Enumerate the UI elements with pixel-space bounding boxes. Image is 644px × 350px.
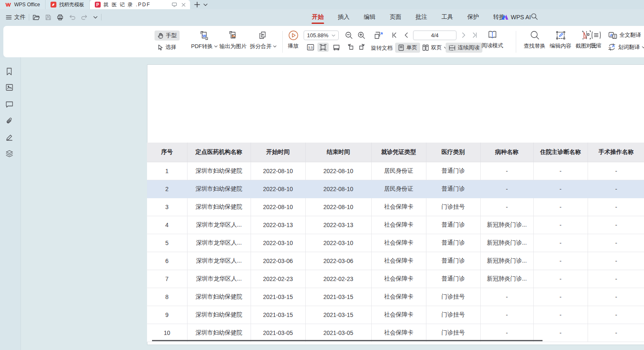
comment-panel-button[interactable] <box>5 101 13 108</box>
table-cell: - <box>588 216 644 234</box>
table-cell: 2021-03-15 <box>251 306 305 324</box>
table-cell: 深圳市妇幼保健院 <box>187 324 251 342</box>
table-cell: - <box>588 306 644 324</box>
new-tab-icon[interactable] <box>194 2 200 8</box>
table-cell: 社会保障卡 <box>371 198 426 216</box>
compress-icon <box>591 30 602 40</box>
compress-label: 压缩 <box>591 42 601 49</box>
table-cell: 深圳市妇幼保健院 <box>187 180 251 198</box>
rotate-doc-label[interactable]: 旋转文档 <box>371 44 393 52</box>
word-translate-button[interactable]: 文A 划词翻译 <box>608 43 644 51</box>
table-cell: - <box>588 270 644 288</box>
table-cell: 门诊挂号 <box>426 198 480 216</box>
continuous-read-button[interactable]: 连续阅读 <box>446 43 482 53</box>
workspace: 序号定点医药机构名称开始时间结束时间就诊凭证类型医疗类别病种名称住院主诊断名称手… <box>0 57 644 350</box>
table-bottom-border <box>152 340 543 341</box>
menu-item-批注[interactable]: 批注 <box>408 9 434 25</box>
actual-size-button[interactable]: 1:1 <box>305 43 316 52</box>
pdf-convert-label: PDF转换 <box>191 43 213 50</box>
table-cell: 深圳市龙华区人... <box>187 252 251 270</box>
table-cell: 2022-08-10 <box>305 162 371 180</box>
table-cell: 深圳市妇幼保健院 <box>187 162 251 180</box>
select-tool-button[interactable]: 选择 <box>155 42 179 52</box>
file-menu[interactable]: 文件 <box>6 13 25 21</box>
global-search-icon[interactable] <box>531 13 538 20</box>
table-cell: - <box>533 252 588 270</box>
attachment-panel-button[interactable] <box>5 117 13 125</box>
last-page-button[interactable] <box>472 32 477 38</box>
menu-item-开始[interactable]: 开始 <box>305 9 331 25</box>
rotate-left-icon[interactable] <box>347 43 354 51</box>
wps-ai-menu[interactable]: WPS AI <box>496 9 536 25</box>
single-page-icon <box>398 44 404 51</box>
table-cell: 2022-03-13 <box>305 216 371 234</box>
first-page-button[interactable] <box>392 32 398 38</box>
zoom-out-icon[interactable] <box>345 31 353 39</box>
tab-wps-office[interactable]: WPS Office <box>0 0 46 9</box>
export-image-button[interactable]: 输出为图片 <box>216 30 250 50</box>
open-button[interactable] <box>33 14 40 20</box>
page-number-input[interactable]: 4/4 <box>413 31 456 40</box>
bookmark-icon <box>5 67 13 76</box>
menu-item-插入[interactable]: 插入 <box>331 9 357 25</box>
single-page-button[interactable]: 单页 <box>395 43 420 53</box>
bookmark-panel-button[interactable] <box>5 67 13 76</box>
compress-button[interactable]: 压缩 <box>585 30 607 49</box>
table-cell: - <box>480 288 533 306</box>
edit-content-icon <box>555 30 566 41</box>
table-cell: 2022-03-13 <box>251 216 305 234</box>
chevron-down-icon <box>642 46 644 49</box>
chevron-down-icon <box>332 34 335 37</box>
quickbar-chevron-icon[interactable] <box>93 16 98 19</box>
hand-tool-button[interactable]: 手型 <box>155 31 180 41</box>
thumbnail-panel-button[interactable] <box>5 84 13 91</box>
play-button[interactable]: 播放 <box>284 30 302 50</box>
table-cell: 3 <box>147 198 187 216</box>
undo-button[interactable] <box>69 15 76 20</box>
tab-list-chevron-icon[interactable] <box>203 3 208 6</box>
svg-text:A: A <box>612 44 615 48</box>
fit-page-button[interactable] <box>317 43 329 52</box>
zoom-in-icon[interactable] <box>357 31 365 39</box>
table-header-cell: 手术操作名称 <box>588 143 644 162</box>
signature-panel-button[interactable] <box>5 133 13 141</box>
close-tab-icon[interactable] <box>181 3 186 7</box>
table-cell: - <box>588 180 644 198</box>
table-cell: - <box>533 306 588 324</box>
table-cell: 深圳市龙华区人... <box>187 234 251 252</box>
read-mode-button[interactable]: 阅读模式 <box>479 30 506 49</box>
menu-item-工具[interactable]: 工具 <box>434 9 460 25</box>
tab-docer[interactable]: 找稻壳模板 <box>46 0 90 9</box>
full-translate-button[interactable]: A文 全文翻译 <box>609 31 641 39</box>
table-cell: 社会保障卡 <box>371 288 426 306</box>
pdf-file-icon: P <box>95 2 101 8</box>
tab-document[interactable]: P 就 医 记 录 .PDF <box>90 0 190 9</box>
rotate-pages-icon[interactable] <box>373 30 384 41</box>
pdf-page: 序号定点医药机构名称开始时间结束时间就诊凭证类型医疗类别病种名称住院主诊断名称手… <box>147 64 644 345</box>
next-page-button[interactable] <box>461 32 467 38</box>
zoom-level-select[interactable]: 105.88% <box>304 31 339 40</box>
monitor-icon[interactable] <box>172 2 177 7</box>
print-button[interactable] <box>57 14 63 20</box>
layers-panel-button[interactable] <box>5 150 13 158</box>
previous-page-button[interactable] <box>403 32 409 38</box>
rotate-right-icon[interactable] <box>358 43 366 51</box>
table-header-cell: 住院主诊断名称 <box>533 143 588 162</box>
chevron-down-icon <box>273 45 276 48</box>
save-button[interactable] <box>45 14 51 20</box>
full-translate-label: 全文翻译 <box>619 31 641 39</box>
table-cell: - <box>588 324 644 342</box>
table-row: 7深圳市龙华区人...2022-02-232022-02-23社会保障卡普通门诊… <box>147 270 644 288</box>
layers-icon <box>5 150 13 158</box>
edit-content-button[interactable]: 编辑内容 <box>546 30 575 50</box>
find-replace-button[interactable]: 查找替换 <box>520 30 549 50</box>
double-page-label: 双页 <box>431 44 442 51</box>
menu-item-编辑[interactable]: 编辑 <box>357 9 383 25</box>
fit-width-button[interactable] <box>331 43 342 52</box>
split-merge-button[interactable]: 拆分合并 <box>247 30 279 50</box>
menu-item-保护[interactable]: 保护 <box>460 9 486 25</box>
redo-button[interactable] <box>81 15 88 20</box>
document-area[interactable]: 序号定点医药机构名称开始时间结束时间就诊凭证类型医疗类别病种名称住院主诊断名称手… <box>21 57 644 350</box>
menu-item-页面[interactable]: 页面 <box>383 9 408 25</box>
table-cell: 2022-03-06 <box>305 252 371 270</box>
